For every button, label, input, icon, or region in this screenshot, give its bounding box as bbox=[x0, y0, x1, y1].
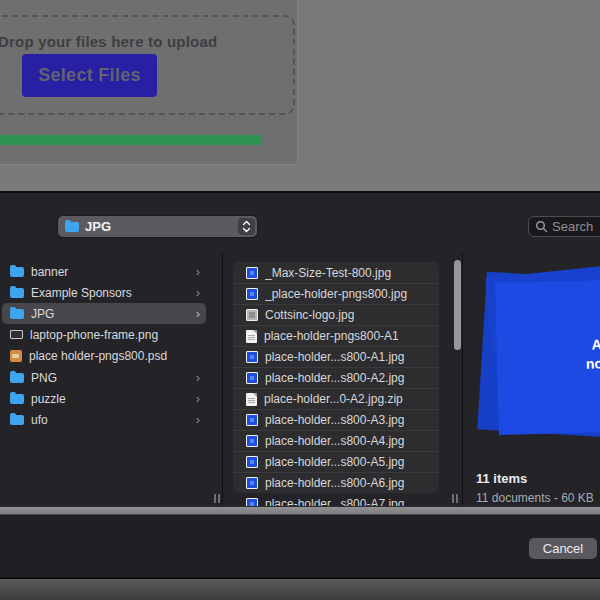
file-row[interactable]: place-holder...s800-A5.jpg bbox=[233, 451, 439, 472]
dialog-footer: Cancel bbox=[0, 515, 600, 577]
blue-image-thumb-icon bbox=[246, 498, 258, 507]
file-row[interactable]: place-holder...s800-A3.jpg bbox=[233, 409, 439, 430]
folder-icon bbox=[10, 415, 24, 425]
blue-image-thumb-icon bbox=[246, 456, 258, 468]
file-row[interactable]: place-holder...s800-A1.jpg bbox=[233, 346, 439, 367]
file-row[interactable]: _Max-Size-Test-800.jpg bbox=[233, 262, 439, 283]
file-name: _Max-Size-Test-800.jpg bbox=[265, 266, 391, 280]
file-open-dialog: JPG banner › bbox=[0, 191, 600, 577]
sidebar-item-label: place holder-pngs800.psd bbox=[29, 349, 206, 363]
preview-stack-top-image: AD no 6. bbox=[495, 279, 600, 435]
blue-image-thumb-icon bbox=[246, 477, 258, 489]
chevron-down-icon bbox=[242, 227, 251, 233]
file-name: place-holder...s800-A2.jpg bbox=[265, 371, 404, 385]
browser-columns: banner › Example Sponsors › JPG › laptop… bbox=[0, 252, 600, 506]
file-row[interactable]: Cottsinc-logo.jpg bbox=[233, 304, 439, 325]
sidebar-item-label: ufo bbox=[31, 413, 196, 427]
blue-image-thumb-icon bbox=[246, 372, 258, 384]
search-field[interactable] bbox=[528, 216, 600, 237]
psd-file-icon bbox=[10, 350, 22, 362]
chevron-right-icon: › bbox=[196, 307, 200, 320]
preview-column: AD no 6. 11 items 11 documents - 60 KB bbox=[463, 252, 600, 506]
column-resize-handle[interactable] bbox=[214, 494, 222, 503]
file-name: place-holder...s800-A4.jpg bbox=[265, 434, 404, 448]
file-row[interactable]: place-holder...s800-A4.jpg bbox=[233, 430, 439, 451]
image-file-icon bbox=[10, 330, 23, 339]
chevron-up-icon bbox=[242, 220, 251, 226]
folder-icon bbox=[10, 309, 24, 319]
chevron-right-icon: › bbox=[196, 286, 200, 299]
cancel-button[interactable]: Cancel bbox=[529, 538, 597, 559]
preview-items-detail: 11 documents - 60 KB bbox=[476, 491, 594, 505]
dropdown-stepper-icon[interactable] bbox=[238, 218, 255, 235]
dialog-toolbar: JPG bbox=[0, 193, 600, 252]
sidebar-item-label: banner bbox=[31, 265, 196, 279]
blue-image-thumb-icon bbox=[246, 288, 258, 300]
file-name: place-holder...0-A2.jpg.zip bbox=[264, 392, 403, 406]
sidebar-item-png[interactable]: PNG › bbox=[2, 367, 206, 388]
sidebar-item-label: laptop-phone-frame.png bbox=[30, 328, 206, 342]
sidebar-item-label: Example Sponsors bbox=[31, 286, 196, 300]
blue-image-thumb-icon bbox=[246, 351, 258, 363]
webpage-background-bottom bbox=[0, 577, 600, 600]
sidebar-item-place-holder-psd[interactable]: place holder-pngs800.psd bbox=[2, 345, 206, 366]
file-name: place-holder...s800-A3.jpg bbox=[265, 413, 404, 427]
file-name: place-holder-pngs800-A1 bbox=[264, 329, 399, 343]
file-row[interactable]: place-holder...0-A2.jpg.zip bbox=[233, 388, 439, 409]
chevron-right-icon: › bbox=[196, 371, 200, 384]
sidebar-item-label: JPG bbox=[31, 307, 196, 321]
chevron-right-icon: › bbox=[196, 392, 200, 405]
search-input[interactable] bbox=[552, 219, 600, 234]
gray-image-thumb-icon bbox=[246, 309, 258, 321]
file-row[interactable]: _place-holder-pngs800.jpg bbox=[233, 283, 439, 304]
sidebar-item-banner[interactable]: banner › bbox=[2, 261, 206, 282]
file-name: place-holder...s800-A7.jpg bbox=[265, 497, 404, 507]
document-icon bbox=[246, 393, 257, 406]
folder-icon bbox=[10, 288, 24, 298]
document-icon bbox=[246, 330, 257, 343]
sidebar-item-label: PNG bbox=[31, 371, 196, 385]
screen: Drop your files here to upload Select Fi… bbox=[0, 0, 600, 600]
folder-icon bbox=[65, 222, 79, 232]
location-dropdown-label: JPG bbox=[85, 219, 111, 234]
vertical-scrollbar-thumb[interactable] bbox=[454, 260, 461, 350]
search-icon bbox=[535, 220, 548, 233]
sidebar-item-example-sponsors[interactable]: Example Sponsors › bbox=[2, 282, 206, 303]
file-name: _place-holder-pngs800.jpg bbox=[265, 287, 407, 301]
blue-image-thumb-icon bbox=[246, 414, 258, 426]
location-dropdown[interactable]: JPG bbox=[58, 216, 257, 237]
upload-progress-bar bbox=[0, 135, 262, 145]
file-row[interactable]: place-holder...s800-A7.jpg bbox=[233, 493, 439, 506]
file-list-column: _Max-Size-Test-800.jpg _place-holder-png… bbox=[223, 252, 455, 506]
file-row[interactable]: place-holder...s800-A6.jpg bbox=[233, 472, 439, 493]
file-name: place-holder...s800-A6.jpg bbox=[265, 476, 404, 490]
preview-image-text: AD no 6. bbox=[566, 334, 600, 374]
horizontal-scrollbar[interactable] bbox=[0, 506, 600, 515]
column-resize-handle[interactable] bbox=[452, 494, 460, 503]
webpage-background: Drop your files here to upload Select Fi… bbox=[0, 0, 600, 191]
file-row[interactable]: place-holder-pngs800-A1 bbox=[233, 325, 439, 346]
sidebar-item-laptop-phone-frame[interactable]: laptop-phone-frame.png bbox=[2, 324, 206, 345]
sidebar-item-puzzle[interactable]: puzzle › bbox=[2, 388, 206, 409]
blue-image-thumb-icon bbox=[246, 267, 258, 279]
chevron-right-icon: › bbox=[196, 265, 200, 278]
dropzone-heading: Drop your files here to upload bbox=[0, 33, 217, 50]
folder-icon bbox=[10, 394, 24, 404]
sidebar-item-label: puzzle bbox=[31, 392, 196, 406]
sidebar-column: banner › Example Sponsors › JPG › laptop… bbox=[0, 252, 222, 506]
sidebar-item-jpg[interactable]: JPG › bbox=[2, 303, 206, 324]
folder-icon bbox=[10, 267, 24, 277]
folder-icon bbox=[10, 373, 24, 383]
file-name: place-holder...s800-A1.jpg bbox=[265, 350, 404, 364]
file-row[interactable]: place-holder...s800-A2.jpg bbox=[233, 367, 439, 388]
chevron-right-icon: › bbox=[196, 413, 200, 426]
sidebar-item-ufo[interactable]: ufo › bbox=[2, 409, 206, 430]
file-name: Cottsinc-logo.jpg bbox=[265, 308, 354, 322]
blue-image-thumb-icon bbox=[246, 435, 258, 447]
preview-items-count: 11 items bbox=[476, 471, 527, 486]
selected-files-group: _Max-Size-Test-800.jpg _place-holder-png… bbox=[233, 262, 439, 493]
select-files-button[interactable]: Select Files bbox=[22, 54, 157, 97]
file-name: place-holder...s800-A5.jpg bbox=[265, 455, 404, 469]
